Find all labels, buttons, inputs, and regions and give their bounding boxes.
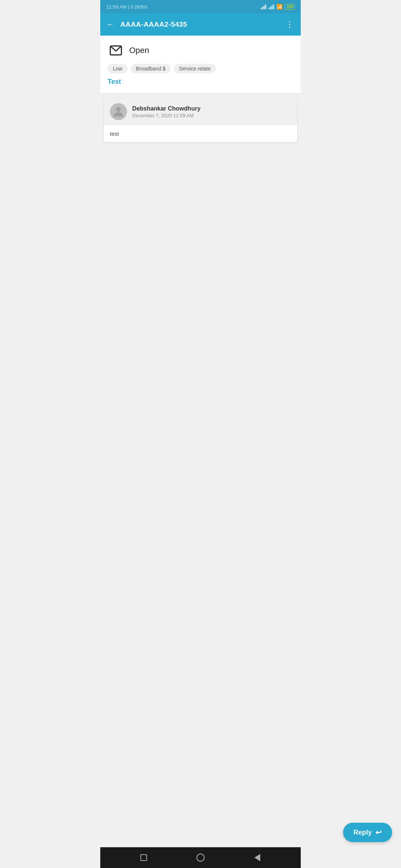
- nav-home-button[interactable]: [195, 852, 206, 864]
- comment-header: Debshankar Chowdhury December 7, 2020 11…: [104, 98, 297, 125]
- status-icons: 📶 100: [261, 4, 295, 10]
- back-icon: [254, 854, 260, 861]
- home-icon: [196, 854, 205, 862]
- status-bar: 11:59 AM | 0.2KB/s 📶 100: [100, 0, 301, 13]
- wifi-icon: 📶: [276, 4, 283, 10]
- app-bar: ← AAAA-AAAA2-5435 ⋮: [100, 13, 301, 36]
- nav-back-button[interactable]: [251, 852, 263, 864]
- back-button[interactable]: ←: [106, 20, 114, 29]
- tag-type: Service relate: [174, 64, 216, 73]
- ticket-tags-row: Low Broadband $ Service relate: [108, 64, 293, 73]
- comment-card: Debshankar Chowdhury December 7, 2020 11…: [104, 98, 297, 142]
- status-time: 11:59 AM | 0.2KB/s: [106, 4, 147, 10]
- main-content: Debshankar Chowdhury December 7, 2020 11…: [100, 93, 301, 847]
- ticket-status-row: Open: [108, 42, 293, 59]
- ticket-status-label: Open: [129, 46, 149, 55]
- nav-recents-button[interactable]: [138, 852, 150, 864]
- signal-icon-2: [268, 4, 274, 9]
- signal-icon: [261, 4, 266, 9]
- tag-category: Broadband $: [131, 64, 171, 73]
- avatar: [110, 103, 127, 120]
- bottom-nav-bar: [100, 847, 301, 868]
- mail-icon: [108, 42, 124, 59]
- comment-author: Debshankar Chowdhury: [132, 105, 200, 112]
- comment-meta: Debshankar Chowdhury December 7, 2020 11…: [132, 105, 200, 118]
- app-bar-title: AAAA-AAAA2-5435: [120, 20, 279, 29]
- ticket-subject: Test: [108, 78, 293, 86]
- comment-body: test: [104, 125, 297, 142]
- recents-icon: [140, 854, 147, 861]
- more-menu-button[interactable]: ⋮: [285, 19, 295, 30]
- svg-point-1: [116, 107, 121, 112]
- ticket-header-card: Open Low Broadband $ Service relate Test: [100, 36, 301, 93]
- battery-indicator: 100: [285, 4, 295, 10]
- comment-date: December 7, 2020 11:59 AM: [132, 113, 200, 118]
- tag-priority: Low: [108, 64, 128, 73]
